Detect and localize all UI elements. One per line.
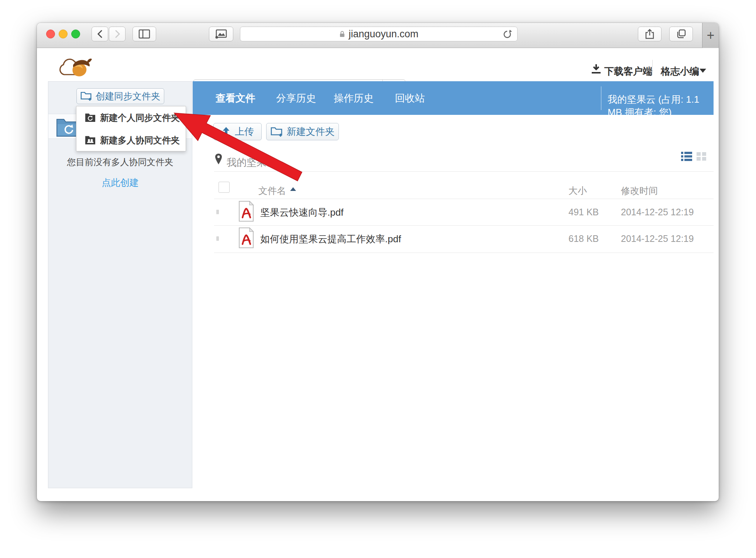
menu-item-label: 新建个人同步文件夹 [100,112,180,124]
menu-item-label: 新建多人协同文件夹 [100,134,180,146]
zoom-window-button[interactable] [71,30,80,38]
column-header-modified[interactable]: 修改时间 [621,185,658,197]
file-name[interactable]: 如何使用坚果云提高工作效率.pdf [260,233,401,246]
forward-button[interactable] [109,27,126,41]
download-client-link[interactable]: 下载客户端 [604,65,652,78]
row-handle [216,210,219,214]
jianguoyun-logo-icon [58,54,94,79]
storage-usage-text: 我的坚果云 (占用: 1.1 MB 拥有者: 您) [608,93,714,119]
url-text: jianguoyun.com [348,28,418,40]
user-menu-caret-icon[interactable] [700,69,706,73]
row-rule [214,225,714,226]
site-header: 坚果云 jianguoyun.com 搜索我的文件... 下载客户端 格志小编 [37,48,719,81]
column-header-name[interactable]: 文件名 [258,185,286,197]
create-folder-dropdown: 新建个人同步文件夹 新建多人协同文件夹 [76,106,186,151]
breadcrumb[interactable]: 我的坚果云 [227,156,276,169]
chevron-left-icon [95,29,105,39]
sidebar-toggle-button[interactable] [133,27,156,41]
create-sync-folder-label: 创建同步文件夹 [96,90,160,102]
table-header-rule [214,199,714,199]
new-folder-label: 新建文件夹 [287,125,335,138]
picture-icon [214,28,228,40]
file-name[interactable]: 坚果云快速向导.pdf [260,206,343,219]
section-tabbar: 查看文件 分享历史 操作历史 回收站 我的坚果云 (占用: 1.1 MB 拥有者… [193,81,714,115]
header-divider [652,60,653,75]
pdf-file-icon [238,227,254,248]
reload-icon[interactable] [502,30,512,40]
tab-operation-history[interactable]: 操作历史 [334,92,374,105]
share-button[interactable] [638,27,662,41]
download-icon [591,64,602,75]
location-pin-icon [215,153,222,165]
file-modified: 2014-12-25 12:19 [621,233,694,244]
folder-plus-icon [80,91,92,101]
minimize-window-button[interactable] [59,30,68,38]
select-all-checkbox[interactable] [219,182,230,193]
safari-window: jianguoyun.com + 坚果云 jianguoyun.com 搜索我的… [37,23,719,501]
browser-toolbar: jianguoyun.com + [37,23,719,48]
active-tab-notch [227,50,238,57]
tab-recycle-bin[interactable]: 回收站 [395,92,425,105]
file-size: 618 KB [568,233,599,244]
chevron-right-icon [113,29,122,39]
sort-ascending-icon[interactable] [290,187,296,191]
pdf-file-icon [238,201,254,222]
back-button[interactable] [92,27,108,41]
tabbar-divider [601,86,601,110]
column-header-size[interactable]: 大小 [568,185,587,197]
personal-sync-folder-icon [85,113,96,123]
tab-overview-button[interactable] [669,27,693,41]
no-shared-folders-message: 您目前没有多人协同文件夹 [48,156,192,168]
create-here-link[interactable]: 点此创建 [48,177,192,189]
lock-icon [339,30,346,38]
row-handle [216,236,219,241]
user-menu[interactable]: 格志小编 [661,65,699,78]
share-icon [644,28,655,40]
upload-label: 上传 [235,125,254,138]
file-modified: 2014-12-25 12:19 [621,207,694,218]
shared-folder-icon [85,135,96,146]
create-sync-folder-button[interactable]: 创建同步文件夹 [76,88,164,104]
tab-share-history[interactable]: 分享历史 [276,92,316,105]
close-window-button[interactable] [46,30,55,38]
grid-view-icon[interactable] [697,152,706,161]
new-tab-button[interactable]: + [702,23,719,48]
upload-button[interactable]: 上传 [213,123,262,140]
menu-item-new-shared-folder[interactable]: 新建多人协同文件夹 [76,129,186,151]
menu-item-new-personal-sync-folder[interactable]: 新建个人同步文件夹 [76,106,186,129]
tabs-icon [676,28,687,40]
upload-icon [221,127,231,137]
tab-view-files[interactable]: 查看文件 [216,92,255,105]
breadcrumb-rule [214,171,714,172]
sidebar-panel-icon [138,29,150,39]
file-size: 491 KB [568,207,599,218]
folder-plus-icon [271,127,283,137]
new-folder-button[interactable]: 新建文件夹 [266,123,339,140]
list-view-icon[interactable] [681,152,692,161]
row-rule [214,253,714,253]
extension-button[interactable] [209,27,233,41]
address-bar[interactable]: jianguoyun.com [240,27,518,41]
